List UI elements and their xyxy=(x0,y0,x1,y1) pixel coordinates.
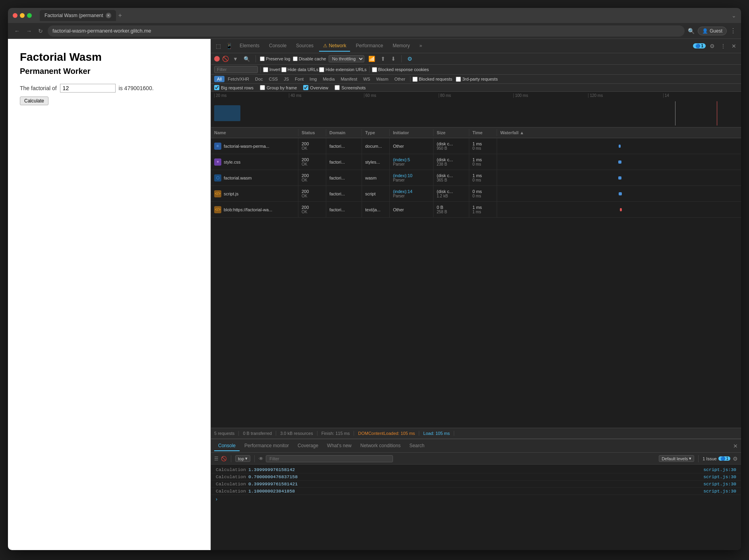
invert-label[interactable]: Invert xyxy=(263,67,281,72)
th-initiator[interactable]: Initiator xyxy=(390,129,434,136)
blocked-requests-checkbox[interactable] xyxy=(412,77,418,82)
hide-ext-urls-checkbox[interactable] xyxy=(319,67,324,72)
screenshots-checkbox[interactable] xyxy=(335,85,340,90)
throttle-select[interactable]: No throttling xyxy=(329,55,364,62)
devtools-tab-memory[interactable]: Memory xyxy=(389,41,414,52)
filter-chip-wasm[interactable]: Wasm xyxy=(374,76,391,82)
group-by-frame-checkbox[interactable] xyxy=(260,85,265,90)
console-close-btn[interactable]: ✕ xyxy=(733,443,738,449)
guest-button[interactable]: 👤 Guest xyxy=(698,27,727,35)
console-file-1[interactable]: script.js:30 xyxy=(703,467,736,472)
th-status[interactable]: Status xyxy=(298,129,326,136)
issues-badge-btn[interactable]: 1 Issue 🔵 1 xyxy=(703,456,730,461)
console-clear-btn[interactable]: 🚫 xyxy=(221,456,227,462)
devtools-tab-performance[interactable]: Performance xyxy=(352,41,387,52)
screenshots-option[interactable]: Screenshots xyxy=(335,85,366,90)
active-tab[interactable]: Factorial Wasm (permanent ✕ xyxy=(40,10,116,21)
table-row[interactable]: ⬡ factorial.wasm 200 OK factori... wasm … xyxy=(211,170,741,186)
initiator-link-3[interactable]: (index):10 xyxy=(393,173,430,178)
overview-checkbox[interactable] xyxy=(303,85,308,90)
console-filter-input[interactable] xyxy=(266,455,393,462)
log-level-button[interactable]: Default levels ▾ xyxy=(659,455,694,462)
console-sidebar-btn[interactable]: ☰ xyxy=(214,456,219,462)
more-icon[interactable]: ⋮ xyxy=(730,27,736,35)
blocked-requests-label[interactable]: Blocked requests xyxy=(412,77,452,82)
initiator-link-2[interactable]: (index):5 xyxy=(393,157,430,162)
third-party-checkbox[interactable] xyxy=(456,77,461,82)
initiator-link-4[interactable]: (index):14 xyxy=(393,189,430,194)
blocked-cookies-label[interactable]: Blocked response cookies xyxy=(372,67,429,72)
network-filter-input[interactable] xyxy=(214,66,258,73)
console-eye-btn[interactable]: 👁 xyxy=(259,456,263,462)
blocked-cookies-checkbox[interactable] xyxy=(372,67,377,72)
nav-forward-button[interactable]: → xyxy=(25,27,33,35)
preserve-log-option[interactable]: Preserve log xyxy=(260,56,290,61)
th-size[interactable]: Size xyxy=(434,129,469,136)
filter-chip-doc[interactable]: Doc xyxy=(252,76,266,82)
console-tab-search[interactable]: Search xyxy=(405,441,428,451)
hide-ext-urls-label[interactable]: Hide extension URLs xyxy=(319,67,366,72)
preserve-log-checkbox[interactable] xyxy=(260,56,265,61)
group-by-frame-option[interactable]: Group by frame xyxy=(260,85,297,90)
console-settings-icon[interactable]: ⚙ xyxy=(733,456,738,462)
filter-chip-js[interactable]: JS xyxy=(281,76,292,82)
devtools-tab-sources[interactable]: Sources xyxy=(292,41,317,52)
table-row[interactable]: ≡ factorial-wasm-perma... 200 OK factori… xyxy=(211,138,741,154)
filter-icon-btn[interactable]: ▼ xyxy=(231,55,240,63)
hide-data-urls-checkbox[interactable] xyxy=(281,67,286,72)
network-settings-btn[interactable]: ⚙ xyxy=(406,55,414,63)
device-toggle-btn[interactable]: 📱 xyxy=(224,42,234,50)
filter-chip-all[interactable]: All xyxy=(214,76,225,82)
overview-option[interactable]: Overview xyxy=(303,85,328,90)
fullscreen-traffic-light[interactable] xyxy=(27,13,32,18)
disable-cache-option[interactable]: Disable cache xyxy=(293,56,326,61)
close-traffic-light[interactable] xyxy=(13,13,17,18)
console-tab-console[interactable]: Console xyxy=(214,441,240,451)
nav-back-button[interactable]: ← xyxy=(13,27,21,35)
tab-close-btn[interactable]: ✕ xyxy=(106,13,111,18)
big-rows-option[interactable]: Big request rows xyxy=(214,85,254,90)
filter-chip-fetch[interactable]: Fetch/XHR xyxy=(225,76,252,82)
import-btn[interactable]: ⬆ xyxy=(379,55,387,63)
devtools-tab-network[interactable]: ⚠ Network xyxy=(319,41,350,52)
devtools-more-btn[interactable]: ⋮ xyxy=(719,42,728,50)
search-icon-btn[interactable]: 🔍 xyxy=(242,55,252,63)
record-button[interactable] xyxy=(214,56,220,62)
address-input[interactable] xyxy=(48,25,685,37)
th-type[interactable]: Type xyxy=(362,129,390,136)
th-waterfall[interactable]: Waterfall ▲ xyxy=(497,129,741,136)
filter-chip-ws[interactable]: WS xyxy=(360,76,373,82)
console-file-2[interactable]: script.js:30 xyxy=(703,474,736,479)
table-row[interactable]: ✦ style.css 200 OK factori... styles... … xyxy=(211,154,741,170)
devtools-tab-more[interactable]: » xyxy=(415,41,426,52)
console-tab-whats-new[interactable]: What's new xyxy=(323,441,356,451)
devtools-tab-console[interactable]: Console xyxy=(265,41,290,52)
th-name[interactable]: Name xyxy=(211,129,298,136)
console-chevron[interactable]: › xyxy=(211,495,741,504)
inspect-element-btn[interactable]: ⬚ xyxy=(214,42,223,50)
big-rows-checkbox[interactable] xyxy=(214,85,219,90)
nav-refresh-button[interactable]: ↻ xyxy=(37,27,45,35)
table-row[interactable]: </> blob:https://factorial-wa... 200 OK … xyxy=(211,202,741,218)
filter-chip-css[interactable]: CSS xyxy=(266,76,281,82)
hide-data-urls-label[interactable]: Hide data URLs xyxy=(281,67,319,72)
filter-chip-manifest[interactable]: Manifest xyxy=(338,76,360,82)
clear-button[interactable]: 🚫 xyxy=(222,56,229,62)
tab-expand-icon[interactable]: ⌄ xyxy=(732,12,736,19)
calculate-button[interactable]: Calculate xyxy=(20,97,48,105)
online-icon-btn[interactable]: 📶 xyxy=(367,55,377,63)
console-tab-network-conditions[interactable]: Network conditions xyxy=(356,441,404,451)
th-time[interactable]: Time xyxy=(469,129,497,136)
devtools-close-btn[interactable]: ✕ xyxy=(730,42,738,50)
console-scope-selector[interactable]: top ▾ xyxy=(235,455,250,462)
th-domain[interactable]: Domain xyxy=(326,129,362,136)
export-btn[interactable]: ⬇ xyxy=(389,55,397,63)
console-file-3[interactable]: script.js:30 xyxy=(703,481,736,487)
filter-chip-img[interactable]: Img xyxy=(307,76,319,82)
new-tab-button[interactable]: + xyxy=(116,12,124,19)
invert-checkbox[interactable] xyxy=(263,67,268,72)
table-row[interactable]: </> script.js 200 OK factori... script (… xyxy=(211,186,741,202)
disable-cache-checkbox[interactable] xyxy=(293,56,298,61)
devtools-tab-elements[interactable]: Elements xyxy=(236,41,263,52)
third-party-label[interactable]: 3rd-party requests xyxy=(456,77,497,82)
